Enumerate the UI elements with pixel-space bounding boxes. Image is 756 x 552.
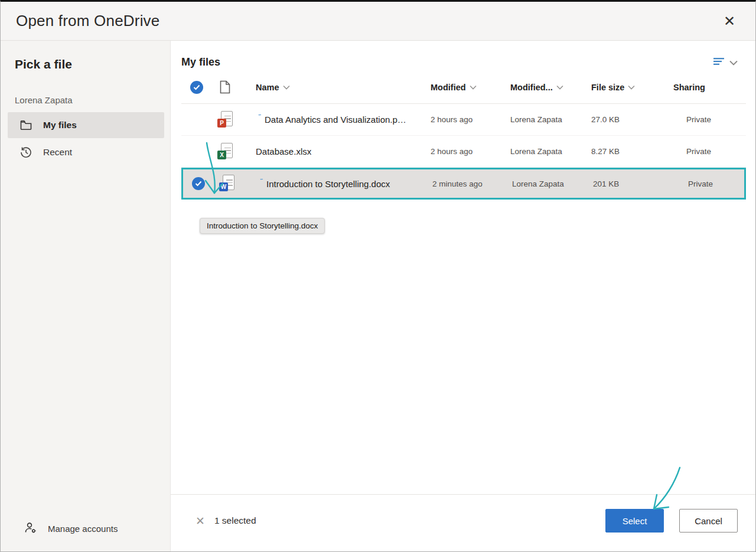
sidebar-item-label: Recent xyxy=(43,147,72,158)
file-sharing: Private xyxy=(675,179,748,188)
excel-file-icon: X xyxy=(217,143,233,161)
sidebar-item-my-files[interactable]: My files xyxy=(8,112,164,138)
checked-circle-icon xyxy=(190,81,203,94)
table-header-row: Name Modified Modified... File size Shar… xyxy=(181,71,746,104)
chevron-down-icon xyxy=(283,85,290,90)
manage-accounts-button[interactable]: Manage accounts xyxy=(1,521,170,551)
sort-lines-icon xyxy=(713,57,725,68)
row-checkbox-checked[interactable] xyxy=(183,177,214,190)
table-row[interactable]: X Database.xlsx 2 hours ago Lorena Zapat… xyxy=(181,136,746,168)
sidebar-heading: Pick a file xyxy=(1,57,170,71)
file-sharing: Private xyxy=(673,115,746,124)
file-modified: 2 minutes ago xyxy=(432,179,512,188)
view-options-button[interactable] xyxy=(713,57,738,68)
filename-tooltip: Introduction to Storytelling.docx xyxy=(200,218,325,234)
column-header-modified-by[interactable]: Modified... xyxy=(510,83,591,92)
file-name[interactable]: Introduction to Storytelling.docx xyxy=(240,179,432,189)
sidebar-item-recent[interactable]: Recent xyxy=(8,139,164,165)
cancel-button[interactable]: Cancel xyxy=(679,509,738,533)
account-name: Lorena Zapata xyxy=(1,95,170,105)
files-heading: My files xyxy=(181,56,220,68)
powerpoint-file-icon: P xyxy=(217,111,233,129)
file-name[interactable]: Data Analytics and Visualization.p… xyxy=(238,115,431,125)
column-header-sharing: Sharing xyxy=(673,83,746,92)
picker-footer: ✕ 1 selected Select Cancel xyxy=(171,494,755,551)
small-arrow-annotation-icon xyxy=(258,179,265,184)
selected-count: 1 selected xyxy=(214,515,256,526)
close-button[interactable]: ✕ xyxy=(719,11,740,32)
file-type-column-icon xyxy=(212,80,238,94)
folder-icon xyxy=(19,119,32,132)
chevron-down-icon xyxy=(470,85,477,90)
file-size: 27.0 KB xyxy=(591,115,673,124)
dialog-titlebar: Open from OneDrive ✕ xyxy=(1,2,755,41)
clear-selection-icon[interactable]: ✕ xyxy=(195,514,205,528)
checked-circle-icon xyxy=(192,177,205,190)
file-size: 8.27 KB xyxy=(591,147,673,156)
chevron-down-icon xyxy=(556,85,563,90)
word-file-icon: W xyxy=(219,175,234,192)
table-row-selected[interactable]: W Introduction to Storytelling.docx 2 mi… xyxy=(181,168,746,200)
file-modified-by: Lorena Zapata xyxy=(510,115,591,124)
file-modified-by: Lorena Zapata xyxy=(510,147,591,156)
sidebar: Pick a file Lorena Zapata My files Recen… xyxy=(1,41,171,551)
file-modified-by: Lorena Zapata xyxy=(512,179,593,188)
chevron-down-icon xyxy=(628,85,635,90)
history-icon xyxy=(19,146,32,159)
file-size: 201 KB xyxy=(593,179,675,188)
file-picker-main: My files xyxy=(171,41,755,551)
small-arrow-annotation-icon xyxy=(256,115,263,119)
select-button[interactable]: Select xyxy=(605,509,664,533)
column-header-file-size[interactable]: File size xyxy=(591,83,673,92)
table-row[interactable]: P Data Analytics and Visualization.p… 2 … xyxy=(181,104,746,136)
chevron-down-icon xyxy=(729,57,738,68)
file-modified: 2 hours ago xyxy=(431,115,510,124)
file-modified: 2 hours ago xyxy=(431,147,510,156)
onedrive-open-dialog: Open from OneDrive ✕ Pick a file Lorena … xyxy=(0,0,756,552)
select-all-checkbox[interactable] xyxy=(181,81,212,94)
person-gear-icon xyxy=(24,521,37,536)
manage-accounts-label: Manage accounts xyxy=(48,524,118,534)
column-header-name[interactable]: Name xyxy=(238,83,431,92)
sidebar-item-label: My files xyxy=(43,120,77,130)
column-header-modified[interactable]: Modified xyxy=(431,83,510,92)
file-name[interactable]: Database.xlsx xyxy=(238,146,431,156)
file-sharing: Private xyxy=(673,147,746,156)
dialog-title: Open from OneDrive xyxy=(16,12,159,30)
